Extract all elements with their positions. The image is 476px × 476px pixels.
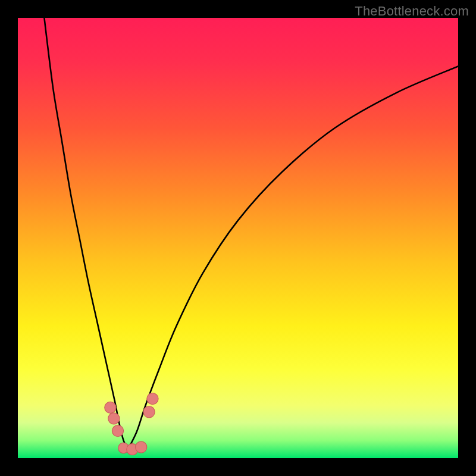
watermark-text: TheBottleneck.com [355,4,469,19]
marker-right-cluster-2 [147,393,158,404]
curve-layer [18,18,458,458]
marker-right-cluster-1 [143,406,155,418]
chart-frame: TheBottleneck.com [0,0,476,476]
marker-left-cluster-1 [105,402,116,413]
plot-area [18,18,458,458]
marker-left-cluster-2 [108,413,120,424]
marker-left-cluster-3 [112,425,123,437]
curve-right-branch [128,66,458,449]
marker-bottom-3 [136,441,147,453]
marker-group [105,393,158,455]
curve-left-branch [44,18,128,449]
